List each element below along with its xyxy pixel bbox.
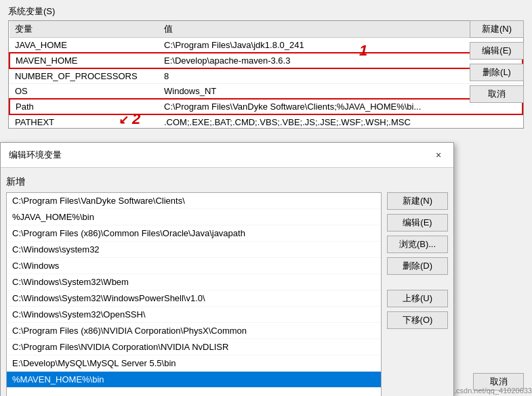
list-item[interactable]: C:\Program Files\NVIDIA Corporation\NVID… xyxy=(7,339,381,355)
table-row[interactable]: MAVEN_HOMEE:\Develop\apache-maven-3.6.3 xyxy=(9,53,523,68)
list-item[interactable]: C:\Windows\system32 xyxy=(7,242,381,258)
var-value-cell: C:\Program Files\Java\jdk1.8.0_241 xyxy=(159,38,523,53)
var-value-cell: E:\Develop\apache-maven-3.6.3 xyxy=(159,53,523,68)
sys-vars-table-container: 变量 值 JAVA_HOMEC:\Program Files\Java\jdk1… xyxy=(8,20,524,129)
table-row[interactable]: NUMBER_OF_PROCESSORS8 xyxy=(9,68,523,84)
var-name-cell: PATHEXT xyxy=(9,114,159,129)
list-item[interactable]: %MAVEN_HOME%\bin xyxy=(7,372,381,388)
var-name-cell: OS xyxy=(9,84,159,100)
edit-dialog: 编辑环境变量 × 新增 C:\Program Files\VanDyke Sof… xyxy=(0,142,454,396)
list-item[interactable]: C:\Program Files\VanDyke Software\Client… xyxy=(7,193,381,209)
dialog-btn-2[interactable]: 浏览(B)... xyxy=(387,236,448,253)
sys-var-btn-2[interactable]: 删除(L) xyxy=(470,64,524,81)
list-item[interactable]: C:\Program Files (x86)\Common Files\Orac… xyxy=(7,225,381,242)
dialog-btn-0[interactable]: 新建(N) xyxy=(387,192,448,210)
sys-vars-buttons: 新建(N)编辑(E)删除(L)取消 xyxy=(470,20,524,103)
dialog-title: 编辑环境变量 xyxy=(9,149,62,161)
table-row[interactable]: JAVA_HOMEC:\Program Files\Java\jdk1.8.0_… xyxy=(9,38,523,53)
var-name-cell: NUMBER_OF_PROCESSORS xyxy=(9,68,159,84)
dialog-action-buttons: 新建(N)编辑(E)浏览(B)...删除(D)上移(U)下移(O) xyxy=(387,173,448,396)
var-value-cell: C:\Program Files\VanDyke Software\Client… xyxy=(159,99,523,114)
table-row[interactable]: PATHEXT.COM;.EXE;.BAT;.CMD;.VBS;.VBE;.JS… xyxy=(9,114,523,129)
var-name-cell: JAVA_HOME xyxy=(9,38,159,53)
dialog-btn-4[interactable]: 上移(U) xyxy=(387,290,448,307)
var-value-cell: Windows_NT xyxy=(159,84,523,100)
var-value-cell: .COM;.EXE;.BAT;.CMD;.VBS;.VBE;.JS;.JSE;.… xyxy=(159,114,523,129)
sys-var-btn-1[interactable]: 编辑(E) xyxy=(470,42,524,60)
var-name-cell: Path xyxy=(9,99,159,114)
list-item[interactable]: %JAVA_HOME%\bin xyxy=(7,209,381,225)
sys-vars-table: 变量 值 JAVA_HOMEC:\Program Files\Java\jdk1… xyxy=(9,21,523,129)
col-header-value: 值 xyxy=(159,21,523,38)
col-header-name: 变量 xyxy=(9,21,159,38)
sys-vars-panel: 系统变量(S) 变量 值 JAVA_HOMEC:\Program Files\J… xyxy=(0,0,532,129)
list-item[interactable]: C:\Windows\System32\Wbem xyxy=(7,274,381,290)
list-item[interactable]: C:\Windows\System32\WindowsPowerShell\v1… xyxy=(7,290,381,307)
dialog-left: 新增 C:\Program Files\VanDyke Software\Cli… xyxy=(6,173,382,396)
sys-var-cancel-btn[interactable]: 取消 xyxy=(470,85,524,103)
sys-var-btn-0[interactable]: 新建(N) xyxy=(470,20,524,38)
dialog-body: 新增 C:\Program Files\VanDyke Software\Cli… xyxy=(1,168,453,396)
var-value-cell: 8 xyxy=(159,68,523,84)
dialog-btn-3[interactable]: 删除(D) xyxy=(387,257,448,275)
dialog-titlebar: 编辑环境变量 × xyxy=(1,143,453,168)
var-name-cell: MAVEN_HOME xyxy=(9,53,159,68)
table-row[interactable]: OSWindows_NT xyxy=(9,84,523,100)
list-item[interactable]: C:\Windows\System32\OpenSSH\ xyxy=(7,307,381,323)
dialog-section-title: 新增 xyxy=(6,173,382,192)
sys-vars-title: 系统变量(S) xyxy=(8,5,524,18)
list-item[interactable]: E:\Develop\MySQL\MySQL Server 5.5\bin xyxy=(7,355,381,372)
table-row[interactable]: PathC:\Program Files\VanDyke Software\Cl… xyxy=(9,99,523,114)
dialog-close-button[interactable]: × xyxy=(432,148,445,162)
list-item[interactable]: C:\Windows xyxy=(7,258,381,274)
dialog-btn-1[interactable]: 编辑(E) xyxy=(387,214,448,232)
list-item[interactable]: C:\Program Files (x86)\NVIDIA Corporatio… xyxy=(7,323,381,339)
path-list[interactable]: C:\Program Files\VanDyke Software\Client… xyxy=(6,192,382,396)
dialog-btn-5[interactable]: 下移(O) xyxy=(387,311,448,329)
